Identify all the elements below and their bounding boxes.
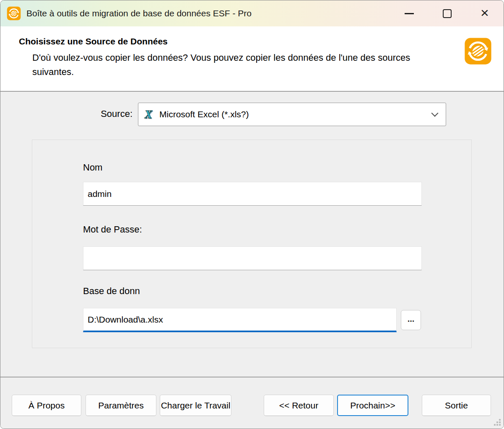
name-input[interactable] [83, 182, 422, 206]
wizard-header: Choisissez une Source de Données D'où vo… [0, 26, 504, 91]
page-description: D'où voulez-vous copier les données? Vou… [32, 51, 452, 79]
main-panel: Source: X X Microsoft Excel (*.xls?) Nom… [0, 91, 504, 377]
exit-button-label: Sortie [445, 401, 468, 411]
password-label: Mot de Passe: [83, 224, 142, 235]
browse-button[interactable]: ... [401, 310, 421, 330]
next-button-label: Prochain>> [350, 401, 395, 411]
name-label: Nom [83, 162, 102, 173]
about-button[interactable]: À Propos [12, 395, 81, 416]
close-button[interactable]: × [466, 0, 504, 26]
source-label: Source: [0, 109, 132, 119]
excel-icon: X X [143, 109, 156, 120]
settings-button[interactable]: Paramètres [86, 395, 156, 416]
back-button[interactable]: << Retour [264, 395, 334, 416]
page-title: Choisissez une Source de Données [19, 36, 168, 47]
connection-groupbox: Nom Mot de Passe: Base de donn ... [32, 140, 472, 348]
app-logo-icon [7, 6, 21, 21]
title-bar: Boîte à outils de migration de base de d… [0, 0, 504, 26]
browse-button-label: ... [408, 315, 415, 323]
close-icon: × [481, 5, 489, 20]
back-button-label: << Retour [279, 401, 318, 411]
source-select[interactable]: X X Microsoft Excel (*.xls?) [138, 103, 446, 126]
maximize-button[interactable] [428, 0, 466, 26]
window-controls: × [390, 0, 504, 26]
about-button-label: À Propos [29, 401, 65, 411]
exit-button[interactable]: Sortie [422, 395, 491, 416]
svg-text:X: X [144, 109, 153, 120]
resize-grip[interactable] [494, 419, 501, 426]
minimize-button[interactable] [390, 0, 428, 26]
settings-button-label: Paramètres [98, 401, 144, 411]
database-path-input[interactable] [83, 308, 397, 332]
brand-logo-icon [464, 37, 492, 65]
source-selected-value: Microsoft Excel (*.xls?) [159, 109, 249, 119]
maximize-icon [443, 9, 452, 18]
window-title: Boîte à outils de migration de base de d… [26, 8, 252, 18]
load-job-button-label: Charger le Travail [161, 401, 231, 411]
load-job-button[interactable]: Charger le Travail [160, 395, 231, 416]
password-input[interactable] [83, 246, 422, 270]
chevron-down-icon [431, 110, 439, 117]
footer-bar: À Propos Paramètres Charger le Travail <… [0, 377, 504, 429]
minimize-icon [405, 13, 414, 14]
next-button[interactable]: Prochain>> [337, 395, 408, 416]
app-window: Boîte à outils de migration de base de d… [0, 0, 504, 429]
database-label: Base de donn [83, 286, 140, 297]
